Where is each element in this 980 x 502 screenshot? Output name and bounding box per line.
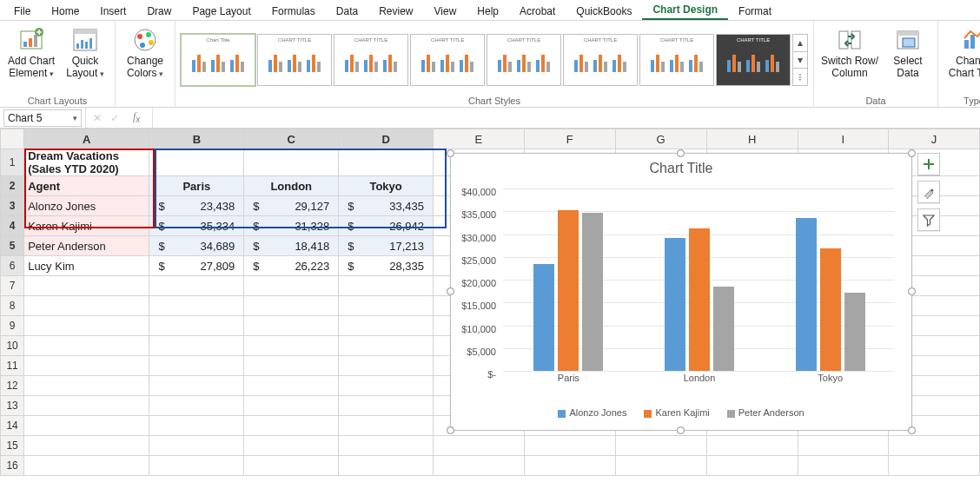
fx-icon[interactable]: fx [128,110,145,124]
cell-C4[interactable]: $31,328 [244,216,339,236]
tab-chart-design[interactable]: Chart Design [642,0,728,20]
cell-I15[interactable] [798,436,889,456]
tab-view[interactable]: View [424,2,467,20]
col-header-C[interactable]: C [244,129,339,149]
cell-A14[interactable] [24,416,149,436]
cell-C1[interactable] [244,149,339,176]
col-header-A[interactable]: A [24,129,149,149]
tab-draw[interactable]: Draw [136,2,182,20]
tab-page-layout[interactable]: Page Layout [182,2,261,20]
cell-A8[interactable] [24,296,149,316]
cell-E16[interactable] [434,456,525,476]
row-header-8[interactable]: 8 [1,296,24,316]
chart-style-8[interactable]: CHART TITLE [716,34,791,86]
change-colors-button[interactable]: Change Colors [121,23,169,80]
cancel-icon[interactable]: ✕ [93,112,102,124]
cell-B4[interactable]: $35,334 [149,216,244,236]
chart-style-4[interactable]: CHART TITLE [410,34,485,86]
cell-B9[interactable] [149,316,244,336]
cell-D14[interactable] [339,416,434,436]
cell-A5[interactable]: Peter Anderson [24,236,149,256]
cell-D5[interactable]: $17,213 [339,236,434,256]
bar-Peter-Anderson-Tokyo[interactable] [844,293,865,371]
cell-A12[interactable] [24,376,149,396]
cell-C15[interactable] [244,436,339,456]
cell-B12[interactable] [149,376,244,396]
cell-G16[interactable] [615,456,706,476]
resize-handle[interactable] [677,149,685,157]
bar-Peter-Anderson-Paris[interactable] [582,213,603,371]
cell-C9[interactable] [244,316,339,336]
row-header-12[interactable]: 12 [1,376,24,396]
row-header-16[interactable]: 16 [1,456,24,476]
resize-handle[interactable] [908,149,916,157]
tab-quickbooks[interactable]: QuickBooks [566,2,642,20]
col-header-E[interactable]: E [434,129,525,149]
resize-handle[interactable] [908,287,916,295]
cell-A13[interactable] [24,396,149,416]
cell-F16[interactable] [524,456,615,476]
cell-D11[interactable] [339,356,434,376]
change-chart-type-button[interactable]: Change Chart Type [944,23,980,80]
cell-D4[interactable]: $26,942 [339,216,434,236]
chart-styles-button[interactable] [917,181,940,203]
resize-handle[interactable] [677,426,685,434]
add-chart-element-button[interactable]: Add Chart Element [5,23,57,80]
cell-D12[interactable] [339,376,434,396]
quick-layout-button[interactable]: Quick Layout [61,23,109,80]
chart-style-5[interactable]: CHART TITLE [487,34,561,86]
cell-J16[interactable] [889,456,980,476]
chart-styles-more[interactable]: ▴▾⁝ [792,34,808,86]
cell-C11[interactable] [244,356,339,376]
tab-format[interactable]: Format [728,2,782,20]
chart-legend[interactable]: Alonzo JonesKaren KajimiPeter Anderson [451,407,911,418]
resize-handle[interactable] [908,426,916,434]
cell-A10[interactable] [24,336,149,356]
cell-B16[interactable] [149,456,244,476]
cell-C7[interactable] [244,276,339,296]
row-header-10[interactable]: 10 [1,336,24,356]
col-header-J[interactable]: J [889,129,980,149]
row-header-3[interactable]: 3 [1,196,24,216]
chart-style-7[interactable]: CHART TITLE [639,34,714,86]
bar-Karen-Kajimi-Tokyo[interactable] [820,248,841,371]
row-header-1[interactable]: 1 [1,149,24,176]
cell-D9[interactable] [339,316,434,336]
cell-C16[interactable] [244,456,339,476]
cell-C13[interactable] [244,396,339,416]
cell-A4[interactable]: Karen Kajimi [24,216,149,236]
tab-review[interactable]: Review [368,2,423,20]
cell-D13[interactable] [339,396,434,416]
resize-handle[interactable] [447,426,454,434]
cell-A16[interactable] [24,456,149,476]
cell-D7[interactable] [339,276,434,296]
cell-B8[interactable] [149,296,244,316]
bar-Karen-Kajimi-London[interactable] [689,228,710,371]
row-header-5[interactable]: 5 [1,236,24,256]
bar-Peter-Anderson-London[interactable] [713,287,734,371]
tab-insert[interactable]: Insert [89,2,136,20]
tab-home[interactable]: Home [41,2,89,20]
resize-handle[interactable] [447,149,454,157]
cell-A3[interactable]: Alonzo Jones [24,196,149,216]
cell-D16[interactable] [339,456,434,476]
chart-elements-button[interactable] [917,153,940,175]
row-header-7[interactable]: 7 [1,276,24,296]
cell-A2[interactable]: Agent [24,176,149,196]
bar-Alonzo-Jones-Paris[interactable] [533,264,554,371]
col-header-D[interactable]: D [339,129,434,149]
row-header-6[interactable]: 6 [1,256,24,276]
row-header-13[interactable]: 13 [1,396,24,416]
cell-B15[interactable] [149,436,244,456]
embedded-chart[interactable]: Chart Title $-$5,000$10,000$15,000$20,00… [450,153,912,431]
cell-A9[interactable] [24,316,149,336]
cell-E15[interactable] [434,436,525,456]
tab-data[interactable]: Data [326,2,368,20]
cell-C3[interactable]: $29,127 [244,196,339,216]
row-header-15[interactable]: 15 [1,436,24,456]
row-header-4[interactable]: 4 [1,216,24,236]
cell-B11[interactable] [149,356,244,376]
name-box[interactable]: Chart 5 ▾ [3,109,82,127]
chart-style-1[interactable]: Chart Title [181,34,255,86]
cell-D10[interactable] [339,336,434,356]
